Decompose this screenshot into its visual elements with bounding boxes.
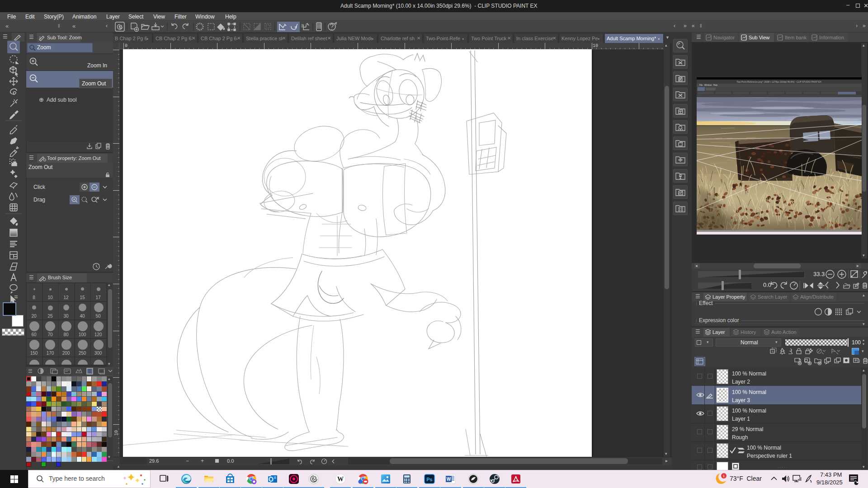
svg-text:File Window Help: File Window Help xyxy=(699,84,718,86)
svg-text:W: W xyxy=(337,476,344,483)
svg-text:Two-Point-Reference.png* (3008: Two-Point-Reference.png* (3008 x 1278px … xyxy=(736,80,821,83)
svg-text:1: 1 xyxy=(723,474,725,478)
svg-text:Ps: Ps xyxy=(426,477,432,482)
svg-text:W: W xyxy=(447,477,451,482)
